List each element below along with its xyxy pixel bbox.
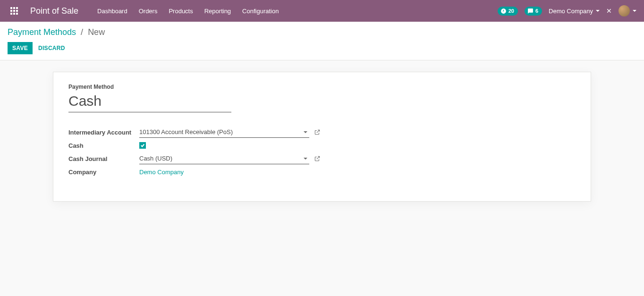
- chat-icon: [527, 8, 534, 14]
- form-fields: Intermediary Account Cash: [68, 126, 576, 178]
- payment-method-label: Payment Method: [68, 84, 576, 90]
- external-link-icon: [314, 129, 321, 135]
- cash-journal-input[interactable]: [139, 153, 309, 164]
- cash-journal-external-link[interactable]: [314, 155, 321, 162]
- svg-rect-3: [10, 10, 12, 12]
- control-buttons: Save Discard: [8, 42, 636, 54]
- cash-label: Cash: [68, 142, 139, 149]
- cash-checkbox[interactable]: [139, 142, 146, 149]
- svg-rect-2: [16, 7, 18, 9]
- chevron-down-icon: [633, 10, 636, 12]
- breadcrumb-parent[interactable]: Payment Methods: [8, 27, 76, 37]
- intermediary-account-field: [139, 127, 309, 138]
- cash-field: [139, 142, 309, 149]
- intermediary-account-input[interactable]: [139, 127, 309, 138]
- row-cash: Cash: [68, 139, 576, 152]
- check-icon: [140, 143, 145, 148]
- svg-rect-6: [10, 13, 12, 15]
- top-navbar: Point of Sale Dashboard Orders Products …: [0, 0, 644, 22]
- timer-count: 20: [508, 8, 514, 14]
- cash-journal-label: Cash Journal: [68, 155, 139, 162]
- company-name: Demo Company: [549, 8, 593, 15]
- svg-rect-1: [13, 7, 15, 9]
- nav-menu: Dashboard Orders Products Reporting Conf…: [97, 8, 279, 15]
- user-menu[interactable]: [619, 5, 636, 17]
- row-intermediary-account: Intermediary Account: [68, 126, 576, 139]
- svg-rect-7: [13, 13, 15, 15]
- svg-rect-0: [10, 7, 12, 9]
- chat-badge[interactable]: 6: [525, 7, 542, 16]
- breadcrumb: Payment Methods / New: [8, 27, 636, 37]
- app-brand[interactable]: Point of Sale: [30, 6, 78, 16]
- intermediary-account-label: Intermediary Account: [68, 129, 139, 136]
- company-field: Demo Company: [139, 169, 309, 176]
- breadcrumb-current: New: [88, 27, 105, 37]
- company-label: Company: [68, 169, 139, 176]
- svg-rect-4: [13, 10, 15, 12]
- avatar: [619, 5, 630, 17]
- nav-item-reporting[interactable]: Reporting: [204, 8, 231, 15]
- chevron-down-icon: [596, 10, 600, 12]
- nav-item-orders[interactable]: Orders: [139, 8, 158, 15]
- discard-button[interactable]: Discard: [34, 42, 70, 54]
- control-panel: Payment Methods / New Save Discard: [0, 22, 644, 60]
- save-button[interactable]: Save: [8, 42, 33, 54]
- nav-item-configuration[interactable]: Configuration: [242, 8, 279, 15]
- clock-icon: [500, 8, 507, 14]
- intermediary-external-link[interactable]: [314, 129, 321, 135]
- form-container: Payment Method Intermediary Account Cash: [0, 60, 644, 213]
- timer-badge[interactable]: 20: [498, 7, 518, 16]
- navbar-right: 20 6 Demo Company ✕: [498, 5, 636, 17]
- nav-item-dashboard[interactable]: Dashboard: [97, 8, 127, 15]
- company-link[interactable]: Demo Company: [139, 169, 184, 176]
- external-link-icon: [314, 155, 321, 162]
- company-switcher[interactable]: Demo Company: [549, 8, 600, 15]
- cash-journal-field: [139, 153, 309, 164]
- chat-count: 6: [535, 8, 538, 14]
- name-input[interactable]: [68, 92, 231, 112]
- row-cash-journal: Cash Journal: [68, 152, 576, 165]
- svg-rect-5: [16, 10, 18, 12]
- debug-icon[interactable]: ✕: [606, 7, 612, 15]
- svg-rect-8: [16, 13, 18, 15]
- nav-item-products[interactable]: Products: [169, 8, 193, 15]
- form-sheet: Payment Method Intermediary Account Cash: [53, 72, 591, 202]
- breadcrumb-separator: /: [81, 27, 83, 37]
- row-company: Company Demo Company: [68, 165, 576, 178]
- apps-icon[interactable]: [8, 4, 21, 17]
